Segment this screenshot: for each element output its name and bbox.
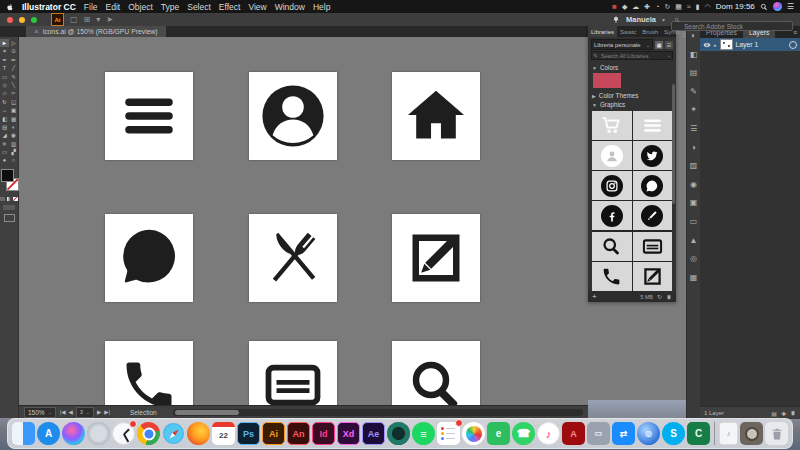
- delete-asset-icon[interactable]: [666, 294, 672, 300]
- dock-xd[interactable]: Xd: [337, 422, 360, 445]
- tool-gradient[interactable]: ◐: [9, 123, 18, 131]
- graphics-section-header[interactable]: ▼ Graphics: [588, 101, 676, 110]
- menu-effect[interactable]: Effect: [219, 2, 241, 12]
- close-tab-icon[interactable]: ×: [34, 26, 39, 37]
- tool-selection[interactable]: ►: [0, 39, 9, 47]
- siri-icon[interactable]: [773, 2, 782, 11]
- libraries-tab-libraries[interactable]: Libraries: [588, 26, 617, 37]
- layer-expander-icon[interactable]: ▸: [714, 42, 717, 48]
- status-battery-icon[interactable]: ▮: [696, 0, 700, 13]
- make-mask-icon[interactable]: ▤: [771, 410, 777, 417]
- dock-time-machine[interactable]: [387, 422, 410, 445]
- list-view-button[interactable]: ☰: [665, 41, 673, 49]
- next-artboard-button[interactable]: ▶: [97, 409, 101, 415]
- tool-scissors[interactable]: ✂: [9, 89, 18, 97]
- sync-icon[interactable]: ↻: [657, 293, 662, 300]
- tool-lasso[interactable]: ⊙: [9, 47, 18, 55]
- artboard-cutlery[interactable]: [249, 214, 337, 302]
- dock-photoshop[interactable]: Ps: [237, 422, 260, 445]
- library-asset-whatsapp[interactable]: [633, 171, 673, 200]
- status-meter-icon[interactable]: ◔: [655, 0, 659, 13]
- tool-pencil[interactable]: ╲: [9, 81, 18, 89]
- tool-magic-wand[interactable]: ✶: [0, 47, 9, 55]
- dock-after-effects[interactable]: Ae: [362, 422, 385, 445]
- dock-indesign[interactable]: Id: [312, 422, 335, 445]
- color-themes-section-header[interactable]: ▶ Color Themes: [588, 90, 676, 101]
- libraries-tab-swatc[interactable]: Swatc: [617, 26, 639, 37]
- layer-name[interactable]: Layer 1: [736, 41, 759, 48]
- arrange-documents-icon[interactable]: ⊞: [84, 13, 91, 26]
- status-volume-icon[interactable]: ≈: [687, 0, 691, 13]
- artboard-user[interactable]: [249, 72, 337, 160]
- artboard-menu[interactable]: [105, 72, 193, 160]
- library-asset-card[interactable]: [633, 232, 673, 261]
- tool-slice[interactable]: ▞: [9, 148, 18, 156]
- color-panel-icon[interactable]: ◐: [691, 31, 696, 41]
- library-asset-twitter[interactable]: [633, 141, 673, 170]
- tool-line-segment[interactable]: ╱: [9, 64, 18, 72]
- dock-installer-doc[interactable]: ♪: [719, 422, 738, 445]
- tool-free-transform[interactable]: ▣: [9, 106, 18, 114]
- visibility-eye-icon[interactable]: [703, 41, 711, 49]
- colors-section-header[interactable]: ▼ Colors: [588, 62, 676, 73]
- dock-firefox[interactable]: [187, 422, 210, 445]
- color-button[interactable]: [0, 197, 5, 202]
- account-name[interactable]: Manuela: [626, 15, 656, 24]
- dock-camtasia[interactable]: C: [687, 422, 710, 445]
- dock-blue-swirl-app[interactable]: ◎: [637, 422, 660, 445]
- dock-app-store[interactable]: A: [37, 422, 60, 445]
- dock-spotify[interactable]: ≡: [412, 422, 435, 445]
- dock-evernote[interactable]: e: [487, 422, 510, 445]
- tool-eyedropper[interactable]: ◢: [0, 131, 9, 139]
- gradient-button[interactable]: [7, 197, 12, 202]
- canvas[interactable]: 150% ⌄ |◀ ◀ 3 ⌄ ▶ ▶| Selection: [19, 37, 588, 418]
- prev-artboard-button[interactable]: ◀: [69, 409, 73, 415]
- tool-width[interactable]: ↔: [0, 106, 9, 114]
- library-select[interactable]: Libreria personale ⌄: [591, 39, 653, 50]
- color-guide-panel-icon[interactable]: ◧: [690, 50, 698, 60]
- tool-pen[interactable]: ✒: [0, 56, 9, 64]
- dock-animate[interactable]: An: [287, 422, 310, 445]
- tool-scale[interactable]: ◱: [9, 98, 18, 106]
- dock-screens-app[interactable]: ▭: [587, 422, 610, 445]
- spotlight-search-icon[interactable]: [760, 3, 768, 11]
- dock-itunes[interactable]: ♪: [537, 422, 560, 445]
- library-asset-phone[interactable]: [592, 262, 632, 291]
- status-display-icon[interactable]: ▦: [675, 0, 682, 13]
- delete-layer-icon[interactable]: [790, 410, 796, 416]
- tool-shaper[interactable]: ◇: [0, 81, 9, 89]
- grid-view-button[interactable]: ▦: [655, 41, 663, 49]
- zoom-window-button[interactable]: [31, 17, 37, 23]
- fill-stroke-control[interactable]: [1, 169, 18, 194]
- libraries-tab-brush[interactable]: Brush: [639, 26, 661, 37]
- new-layer-icon[interactable]: ✚: [781, 410, 786, 417]
- tool-rotate[interactable]: ↻: [0, 98, 9, 106]
- recording-indicator-icon[interactable]: ■: [612, 0, 617, 13]
- status-wifi-icon[interactable]: ◠: [705, 0, 711, 13]
- menu-type[interactable]: Type: [161, 2, 179, 12]
- dock-launchpad[interactable]: [87, 422, 110, 445]
- lightbulb-icon[interactable]: [612, 16, 620, 24]
- menu-view[interactable]: View: [248, 2, 266, 12]
- add-asset-button[interactable]: +: [592, 292, 597, 301]
- brushes-panel-icon[interactable]: ✎: [690, 87, 697, 97]
- artboard-chat[interactable]: [105, 214, 193, 302]
- dock-trash[interactable]: [765, 422, 788, 445]
- layout-icon[interactable]: ▢: [70, 13, 78, 26]
- dock-siri[interactable]: [62, 422, 85, 445]
- dock-finder[interactable]: [12, 422, 35, 445]
- libraries-search-input[interactable]: [591, 51, 673, 60]
- notification-center-icon[interactable]: ☰: [787, 2, 794, 11]
- adobe-stock-search-input[interactable]: [671, 21, 793, 31]
- menu-edit[interactable]: Edit: [106, 2, 121, 12]
- tool-hand[interactable]: ●: [0, 156, 9, 164]
- tool-type[interactable]: T: [0, 64, 9, 72]
- dock-teamviewer[interactable]: ⇄: [612, 422, 635, 445]
- tool-perspective-grid[interactable]: ▦: [9, 115, 18, 123]
- close-window-button[interactable]: [7, 17, 13, 23]
- minimize-window-button[interactable]: [19, 17, 25, 23]
- artboard-home[interactable]: [392, 72, 480, 160]
- share-icon[interactable]: ➤: [106, 13, 113, 26]
- tool-curvature[interactable]: ✏: [9, 56, 18, 64]
- tool-column-graph[interactable]: ▥: [9, 140, 18, 148]
